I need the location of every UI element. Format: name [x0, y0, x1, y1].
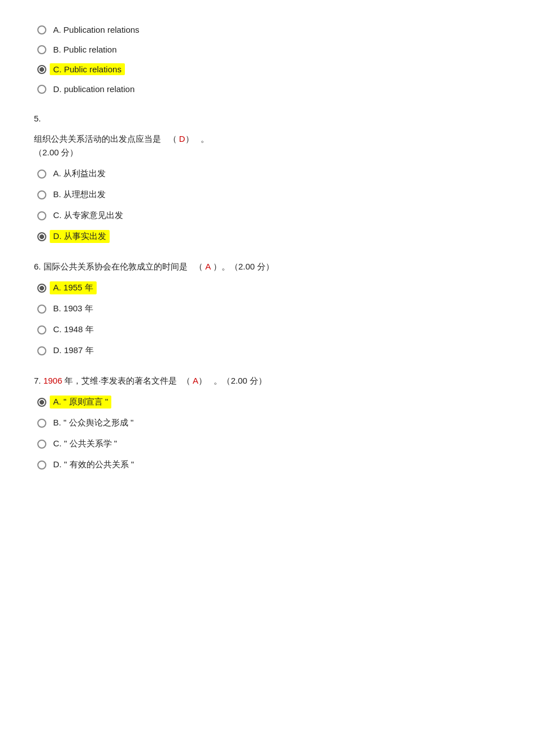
- q7-radio-circle-B: [37, 419, 46, 428]
- q5-radio-circle-C: [37, 211, 46, 220]
- q6-option-label-B: B. 1903 年: [50, 302, 97, 315]
- question-4-options: A. Publication relations B. Public relat…: [34, 23, 500, 96]
- radio-circle-C: [37, 65, 46, 74]
- q5-option-label-B: B. 从理想出发: [50, 188, 109, 201]
- q5-radio-A[interactable]: [34, 170, 50, 179]
- answer-5-inline: D: [179, 134, 185, 144]
- option-row-D: D. publication relation: [34, 82, 500, 96]
- q7-option-row-B: B. " 公众舆论之形成 ": [34, 415, 500, 431]
- q6-radio-circle-C: [37, 325, 46, 334]
- radio-D[interactable]: [34, 85, 50, 94]
- q7-radio-B[interactable]: [34, 419, 50, 428]
- q6-option-row-B: B. 1903 年: [34, 301, 500, 316]
- q7-radio-circle-A: [37, 398, 46, 407]
- question-5: 5. 组织公共关系活动的出发点应当是 （ D） 。 （2.00 分） A. 从利…: [34, 112, 500, 244]
- radio-C[interactable]: [34, 65, 50, 74]
- q5-option-label-A: A. 从利益出发: [50, 167, 109, 180]
- q5-option-row-A: A. 从利益出发: [34, 166, 500, 181]
- q5-option-label-C: C. 从专家意见出发: [50, 209, 127, 222]
- q7-option-row-D: D. " 有效的公共关系 ": [34, 457, 500, 472]
- q5-option-row-D: D. 从事实出发: [34, 229, 500, 244]
- question-5-title: 5.: [34, 112, 500, 125]
- question-6: 6. 国际公共关系协会在伦敦成立的时间是 （ A ）。（2.00 分） A. 1…: [34, 260, 500, 358]
- q7-option-label-A: A. " 原则宣言 ": [50, 396, 111, 409]
- q6-radio-circle-A: [37, 284, 46, 293]
- year-highlight-7: 1906: [44, 376, 62, 385]
- q6-radio-circle-B: [37, 305, 46, 314]
- q5-radio-C[interactable]: [34, 211, 50, 220]
- q7-radio-D[interactable]: [34, 460, 50, 470]
- option-label-A: A. Publication relations: [50, 24, 143, 36]
- q6-option-label-A: A. 1955 年: [50, 281, 97, 294]
- option-label-B: B. Public relation: [50, 44, 120, 55]
- q6-radio-D[interactable]: [34, 346, 50, 355]
- q6-option-label-C: C. 1948 年: [50, 323, 97, 336]
- q5-option-row-B: B. 从理想出发: [34, 187, 500, 202]
- option-row-B: B. Public relation: [34, 42, 500, 57]
- option-row-C: C. Public relations: [34, 62, 500, 76]
- answer-6-inline: A: [205, 262, 210, 271]
- q5-option-label-D: D. 从事实出发: [50, 230, 110, 243]
- question-5-text: 组织公共关系活动的出发点应当是 （ D） 。 （2.00 分）: [34, 132, 500, 159]
- q7-radio-circle-D: [37, 460, 46, 470]
- q7-option-label-C: C. " 公共关系学 ": [50, 437, 120, 450]
- question-6-text: 6. 国际公共关系协会在伦敦成立的时间是 （ A ）。（2.00 分）: [34, 260, 500, 273]
- option-label-D: D. publication relation: [50, 83, 138, 95]
- q6-option-row-C: C. 1948 年: [34, 322, 500, 337]
- q5-radio-circle-B: [37, 190, 46, 199]
- q6-option-label-D: D. 1987 年: [50, 344, 97, 357]
- q5-radio-circle-D: [37, 232, 46, 241]
- question-7: 7. 1906 年，艾维·李发表的著名文件是 （ A） 。（2.00 分） A.…: [34, 374, 500, 472]
- q6-radio-circle-D: [37, 346, 46, 355]
- q7-radio-circle-C: [37, 440, 46, 449]
- q5-option-row-C: C. 从专家意见出发: [34, 208, 500, 223]
- q7-option-row-A: A. " 原则宣言 ": [34, 394, 500, 410]
- radio-circle-D: [37, 85, 46, 94]
- radio-B[interactable]: [34, 45, 50, 54]
- radio-circle-B: [37, 45, 46, 54]
- q6-radio-B[interactable]: [34, 305, 50, 314]
- q6-option-row-D: D. 1987 年: [34, 343, 500, 358]
- q7-option-label-B: B. " 公众舆论之形成 ": [50, 416, 137, 429]
- radio-A[interactable]: [34, 25, 50, 34]
- radio-circle-A: [37, 25, 46, 34]
- answer-7-inline: A: [193, 376, 198, 385]
- q5-radio-B[interactable]: [34, 190, 50, 199]
- q6-radio-A[interactable]: [34, 284, 50, 293]
- option-label-C: C. Public relations: [50, 63, 125, 75]
- q5-radio-D[interactable]: [34, 232, 50, 241]
- q6-radio-C[interactable]: [34, 325, 50, 334]
- q7-radio-C[interactable]: [34, 440, 50, 449]
- q7-option-row-C: C. " 公共关系学 ": [34, 436, 500, 451]
- question-5-num: 5.: [34, 114, 41, 123]
- q7-option-label-D: D. " 有效的公共关系 ": [50, 458, 137, 471]
- q7-radio-A[interactable]: [34, 398, 50, 407]
- q5-radio-circle-A: [37, 170, 46, 179]
- question-7-text: 7. 1906 年，艾维·李发表的著名文件是 （ A） 。（2.00 分）: [34, 374, 500, 388]
- q6-option-row-A: A. 1955 年: [34, 280, 500, 296]
- option-row-A: A. Publication relations: [34, 23, 500, 37]
